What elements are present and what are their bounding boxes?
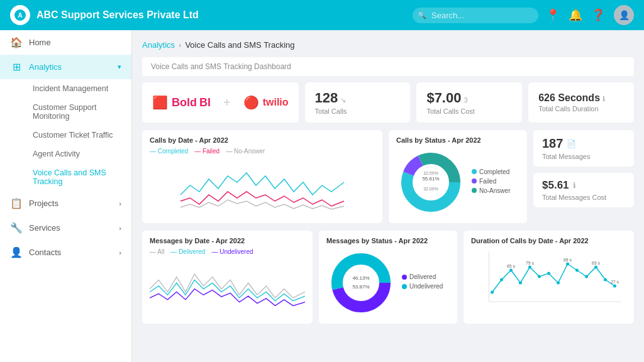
notification-icon[interactable]: 🔔 (569, 8, 582, 22)
calls-by-date-chart (150, 157, 375, 214)
messages-by-date-chart (150, 258, 305, 314)
help-icon[interactable]: ❓ (591, 8, 605, 22)
svg-text:53.87%: 53.87% (352, 284, 369, 290)
contacts-icon: 👤 (10, 246, 23, 258)
duration-calls-chart: 89 s 63 s 27 s 65 s 79 s (471, 248, 626, 311)
total-calls-card: 128 ↘ Total Calls (305, 82, 411, 123)
right-stats-col: 187 📄 Total Messages $5.61 ℹ Total Messa… (533, 130, 634, 223)
svg-point-29 (613, 285, 616, 288)
total-calls-label: Total Calls (315, 107, 347, 115)
search-wrapper (413, 8, 538, 23)
messages-by-status-donut: 46.13% 53.87% Delivered Undelivered (326, 248, 450, 317)
sidebar-item-voice-calls-sms[interactable]: Voice Calls and SMS Tracking (23, 163, 131, 191)
calls-status-legend: Completed Failed No-Answer (472, 168, 510, 197)
chevron-right-icon: › (119, 200, 121, 207)
total-calls-duration-label: Total Calls Duration (538, 105, 605, 112)
donut-chart-messages: 46.13% 53.87% (326, 248, 396, 317)
total-calls-duration-icon: ℹ (602, 95, 605, 103)
stats-row: 🟥 BoldBI + 🔴 twilio 128 ↘ Total Calls (142, 82, 634, 123)
total-messages-card: 187 📄 Total Messages (533, 130, 634, 167)
sidebar-home-label: Home (29, 38, 51, 47)
total-calls-cost-sub: 3 (464, 96, 467, 104)
calls-by-date-title: Calls by Date - Apr 2022 (150, 136, 375, 144)
avatar[interactable]: 👤 (614, 5, 634, 25)
home-icon: 🏠 (10, 36, 23, 48)
messages-by-status-title: Messages by Status - Apr 2022 (326, 237, 450, 244)
sidebar-item-services[interactable]: 🔧 Services › (0, 216, 131, 240)
total-messages-cost-label: Total Messages Cost (542, 194, 625, 201)
sidebar-item-analytics[interactable]: ⊞ Analytics ▾ (0, 55, 131, 79)
sidebar-projects-label: Projects (29, 199, 58, 208)
header-icons: 📍 🔔 ❓ 👤 (546, 5, 634, 25)
analytics-icon: ⊞ (10, 61, 23, 73)
svg-text:63 s: 63 s (592, 261, 601, 265)
total-messages-number: 187 (542, 136, 563, 151)
svg-point-20 (528, 266, 531, 269)
sidebar-item-projects[interactable]: 📋 Projects › (0, 191, 131, 216)
sidebar-item-incident-management[interactable]: Incident Management (23, 79, 131, 98)
messages-icon: 📄 (567, 140, 576, 148)
total-calls-cost-label: Total Calls Cost (426, 107, 474, 115)
chevron-right-icon-2: › (119, 224, 121, 232)
charts-row-2: Messages by Date - Apr 2022 — All — Deli… (142, 231, 634, 324)
svg-point-19 (519, 282, 522, 285)
messages-status-legend: Delivered Undelivered (402, 273, 443, 292)
total-calls-cost-number: $7.00 (426, 90, 461, 106)
sidebar-item-agent-activity[interactable]: Agent Activity (23, 145, 131, 163)
legend-undelivered: Undelivered (219, 248, 253, 255)
svg-point-21 (538, 275, 541, 278)
logo-card: 🟥 BoldBI + 🔴 twilio (142, 82, 299, 123)
total-messages-cost-number: $5.61 (542, 179, 569, 192)
svg-point-28 (604, 278, 607, 282)
messages-by-status-card: Messages by Status - Apr 2022 46.13% 53.… (319, 231, 457, 324)
messages-by-date-title: Messages by Date - Apr 2022 (150, 237, 305, 244)
svg-point-27 (594, 266, 597, 269)
boldbi-logo: 🟥 BoldBI (152, 95, 211, 110)
breadcrumb: Analytics › Voice Calls and SMS Tracking (142, 40, 634, 50)
main-content: Analytics › Voice Calls and SMS Tracking… (132, 30, 644, 362)
chevron-right-icon-3: › (119, 249, 121, 256)
total-calls-cost-card: $7.00 3 Total Calls Cost (416, 82, 522, 123)
svg-text:27 s: 27 s (611, 280, 619, 284)
services-icon: 🔧 (10, 222, 23, 234)
chevron-up-icon: ▾ (118, 63, 121, 71)
breadcrumb-analytics[interactable]: Analytics (142, 40, 175, 50)
svg-point-5 (413, 165, 448, 200)
legend-delivered: Delivered (179, 248, 205, 255)
messages-by-date-card: Messages by Date - Apr 2022 — All — Deli… (142, 231, 313, 324)
total-calls-duration-card: 626 Seconds ℹ Total Calls Duration (528, 82, 634, 123)
duration-calls-title: Duration of Calls by Date - Apr 2022 (471, 237, 626, 244)
svg-point-23 (557, 282, 560, 285)
analytics-submenu: Incident Management Customer Support Mon… (0, 79, 131, 191)
sidebar-item-home[interactable]: 🏠 Home (0, 30, 131, 55)
svg-point-24 (566, 263, 569, 266)
total-calls-trend: ↘ (340, 96, 346, 104)
legend-completed-1: Completed (158, 148, 188, 155)
twilio-text: twilio (263, 97, 289, 108)
svg-text:89 s: 89 s (564, 258, 572, 262)
svg-point-26 (585, 275, 588, 278)
svg-text:10.59%: 10.59% (423, 171, 438, 175)
total-calls-number: 128 (315, 90, 338, 106)
svg-point-22 (547, 272, 550, 275)
header: A ABC Support Services Private Ltd 📍 🔔 ❓… (0, 0, 644, 30)
calls-by-status-card: Calls by Status - Apr 2022 55.61% 10.59%… (389, 130, 527, 223)
location-icon[interactable]: 📍 (546, 8, 560, 22)
svg-point-11 (343, 265, 379, 300)
sidebar-contacts-label: Contacts (29, 248, 61, 257)
total-messages-cost-card: $5.61 ℹ Total Messages Cost (533, 173, 634, 207)
legend-noanswer-1: No-Answer (234, 148, 265, 155)
header-logo-icon: A (10, 5, 30, 25)
search-input[interactable] (413, 8, 538, 23)
sidebar-item-contacts[interactable]: 👤 Contacts › (0, 240, 131, 265)
svg-text:65 s: 65 s (507, 264, 516, 268)
svg-point-16 (491, 291, 494, 294)
calls-by-date-card: Calls by Date - Apr 2022 — Completed — F… (142, 130, 382, 223)
total-calls-duration-number: 626 Seconds (538, 92, 600, 104)
sidebar-item-customer-support-monitoring[interactable]: Customer Support Monitoring (23, 98, 131, 126)
header-title: ABC Support Services Private Ltd (36, 9, 413, 21)
svg-text:55.61%: 55.61% (422, 176, 439, 182)
svg-point-17 (500, 278, 503, 282)
sidebar-item-customer-ticket-traffic[interactable]: Customer Ticket Traffic (23, 126, 131, 145)
svg-point-18 (509, 269, 513, 272)
